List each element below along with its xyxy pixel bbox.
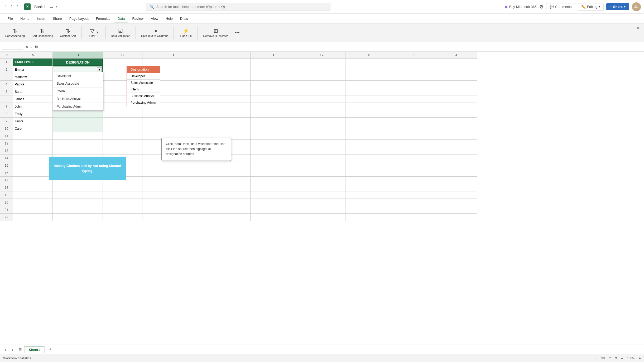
- cell-h6[interactable]: [345, 95, 393, 103]
- cell-C19[interactable]: [103, 191, 142, 199]
- select-all-icon[interactable]: ▽: [6, 53, 8, 57]
- cell-h10[interactable]: [345, 125, 393, 132]
- cell-i5[interactable]: [393, 88, 435, 95]
- cell-C11[interactable]: [103, 132, 142, 140]
- dropdown-arrow-icon[interactable]: ▾: [97, 67, 102, 72]
- cell-e5[interactable]: [203, 88, 251, 95]
- cell-f1[interactable]: [251, 59, 298, 66]
- dropdown-item-purchasing-admin[interactable]: Purchasing Admin: [53, 103, 103, 110]
- cell-A13[interactable]: [13, 147, 53, 155]
- sort-ascending-button[interactable]: ⇅ Sort Ascending: [3, 27, 27, 39]
- cell-g4[interactable]: [298, 81, 345, 88]
- menu-item-data[interactable]: Data: [114, 15, 128, 22]
- cell-a3[interactable]: Matthew: [13, 73, 53, 81]
- cell-g5[interactable]: [298, 88, 345, 95]
- cell-B18[interactable]: [53, 184, 103, 191]
- cell-D16[interactable]: [142, 169, 203, 177]
- cell-B11[interactable]: [53, 132, 103, 140]
- custom-sort-button[interactable]: ⇅ Custom Sort: [57, 27, 79, 39]
- cell-i8[interactable]: [393, 110, 435, 118]
- col-header-g[interactable]: G: [298, 52, 345, 59]
- dropdown-item-business-analyst[interactable]: Business Analyst: [53, 95, 103, 103]
- cell-F12[interactable]: [251, 140, 298, 147]
- cell-i1[interactable]: [393, 59, 435, 66]
- split-text-button[interactable]: ⇥ Split Text to Columns: [138, 27, 171, 39]
- cell-J16[interactable]: [435, 169, 477, 177]
- menu-item-review[interactable]: Review: [129, 15, 147, 22]
- cell-f2[interactable]: [251, 66, 298, 73]
- cell-e1[interactable]: [203, 59, 251, 66]
- cell-h8[interactable]: [345, 110, 393, 118]
- cell-A17[interactable]: [13, 177, 53, 184]
- cell-A15[interactable]: [13, 162, 53, 169]
- menu-item-insert[interactable]: Insert: [34, 15, 49, 22]
- cell-i3[interactable]: [393, 73, 435, 81]
- cell-H16[interactable]: [345, 169, 393, 177]
- cell-d9[interactable]: [142, 118, 203, 125]
- cell-F20[interactable]: [251, 199, 298, 206]
- cell-a7[interactable]: John: [13, 103, 53, 110]
- cell-j7[interactable]: [435, 103, 477, 110]
- cell-E18[interactable]: [203, 184, 251, 191]
- cell-F13[interactable]: [251, 147, 298, 155]
- cell-D20[interactable]: [142, 199, 203, 206]
- cell-I14[interactable]: [393, 155, 435, 162]
- cell-e7[interactable]: [203, 103, 251, 110]
- dropdown-item-sales-associate[interactable]: Sales Associate: [53, 80, 103, 88]
- cell-B13[interactable]: [53, 147, 103, 155]
- cell-F16[interactable]: [251, 169, 298, 177]
- cell-g6[interactable]: [298, 95, 345, 103]
- cell-D18[interactable]: [142, 184, 203, 191]
- sheet-menu-button[interactable]: ☰: [17, 346, 23, 353]
- dropdown-item-developer[interactable]: Developer: [53, 72, 103, 80]
- cell-G15[interactable]: [298, 162, 345, 169]
- fx-icon[interactable]: fx: [35, 45, 38, 49]
- cell-D15[interactable]: [142, 162, 203, 169]
- cell-a4[interactable]: Patrick: [13, 81, 53, 88]
- confirm-formula-icon[interactable]: ✓: [30, 45, 33, 49]
- cell-H19[interactable]: [345, 191, 393, 199]
- sheet-nav-prev[interactable]: ‹: [2, 346, 8, 353]
- cell-d8[interactable]: [142, 110, 203, 118]
- app-grid-icon[interactable]: ⋮⋮⋮: [3, 4, 21, 10]
- cell-I19[interactable]: [393, 191, 435, 199]
- cell-A19[interactable]: [13, 191, 53, 199]
- cell-g7[interactable]: [298, 103, 345, 110]
- cell-D21[interactable]: [142, 206, 203, 214]
- cell-I22[interactable]: [393, 214, 435, 221]
- cell-E19[interactable]: [203, 191, 251, 199]
- cell-i7[interactable]: [393, 103, 435, 110]
- zoom-out-button[interactable]: −: [621, 356, 623, 360]
- avatar[interactable]: JL: [632, 2, 641, 11]
- menu-item-help[interactable]: Help: [162, 15, 176, 22]
- cell-G18[interactable]: [298, 184, 345, 191]
- menu-item-share[interactable]: Share: [50, 15, 65, 22]
- cell-c10[interactable]: [103, 125, 142, 132]
- col-header-e[interactable]: E: [203, 52, 251, 59]
- expand-icon[interactable]: ⌄: [594, 356, 597, 360]
- cell-g8[interactable]: [298, 110, 345, 118]
- cell-J21[interactable]: [435, 206, 477, 214]
- search-input[interactable]: [156, 5, 326, 9]
- cell-C21[interactable]: [103, 206, 142, 214]
- cell-f9[interactable]: [251, 118, 298, 125]
- cell-d10[interactable]: [142, 125, 203, 132]
- dropdown-chevron-icon[interactable]: ▾: [56, 5, 57, 8]
- cell-a2[interactable]: Emma: [13, 66, 53, 73]
- add-sheet-button[interactable]: +: [47, 346, 54, 353]
- col-header-c[interactable]: C: [103, 52, 142, 59]
- cell-I21[interactable]: [393, 206, 435, 214]
- cell-b8[interactable]: [53, 110, 103, 118]
- cell-I12[interactable]: [393, 140, 435, 147]
- cell-a9[interactable]: Taylor: [13, 118, 53, 125]
- remove-duplicates-button[interactable]: ⊞ Remove Duplicates: [200, 27, 231, 39]
- comments-button[interactable]: 💬 Comments: [546, 3, 575, 10]
- cell-h4[interactable]: [345, 81, 393, 88]
- cell-f6[interactable]: [251, 95, 298, 103]
- cell-J13[interactable]: [435, 147, 477, 155]
- cell-e10[interactable]: [203, 125, 251, 132]
- cell-A21[interactable]: [13, 206, 53, 214]
- cell-F17[interactable]: [251, 177, 298, 184]
- cell-E20[interactable]: [203, 199, 251, 206]
- workbook-stats-label[interactable]: Workbook Statistics: [3, 356, 31, 360]
